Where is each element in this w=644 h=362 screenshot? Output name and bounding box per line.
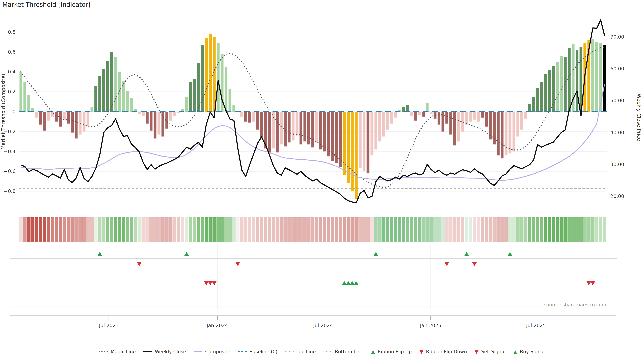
ribbon-cell-90 bbox=[374, 217, 378, 242]
ribbon-cell-97 bbox=[402, 217, 405, 242]
ribbon-cell-146 bbox=[595, 217, 598, 242]
ribbon-cell-124 bbox=[508, 217, 512, 242]
bar-week-2 bbox=[27, 95, 30, 112]
sell-signal-marker bbox=[212, 281, 217, 285]
bar-week-76 bbox=[319, 112, 322, 149]
sell-signal-marker bbox=[590, 281, 595, 285]
x-tick-label: Jul 2024 bbox=[313, 323, 333, 328]
ribbon-cell-141 bbox=[576, 217, 579, 242]
bar-week-48 bbox=[209, 34, 212, 112]
ribbon-cell-91 bbox=[378, 217, 382, 242]
ribbon-cell-41 bbox=[181, 217, 184, 242]
ribbon-cell-136 bbox=[556, 217, 559, 242]
ribbon-cell-66 bbox=[280, 217, 283, 242]
ribbon-cell-147 bbox=[599, 217, 602, 242]
ribbon-flip-up-marker bbox=[508, 252, 512, 256]
ribbon-cell-9 bbox=[55, 217, 58, 242]
bar-week-25 bbox=[118, 72, 121, 112]
bar-week-106 bbox=[438, 112, 440, 124]
ribbon-cell-37 bbox=[165, 217, 168, 242]
ribbon-flip-up-marker bbox=[373, 252, 378, 256]
bar-week-56 bbox=[240, 112, 243, 117]
legend-item-buy: ▲Buy Signal bbox=[513, 349, 545, 355]
ribbon-cell-55 bbox=[236, 217, 240, 242]
legend-item-topline: Top Line bbox=[285, 349, 316, 355]
ribbon-cell-145 bbox=[591, 217, 594, 242]
bar-week-11 bbox=[63, 112, 66, 120]
ribbon-cell-96 bbox=[398, 217, 401, 242]
ribbon-cell-24 bbox=[114, 217, 117, 242]
ribbon-cell-71 bbox=[299, 217, 302, 242]
svg-text:60.00: 60.00 bbox=[610, 66, 624, 71]
ribbon-cell-78 bbox=[327, 217, 330, 242]
ribbon-cell-63 bbox=[268, 217, 271, 242]
ribbon-cell-52 bbox=[224, 217, 228, 242]
ribbon-cell-132 bbox=[540, 217, 543, 242]
bar-week-75 bbox=[315, 112, 318, 142]
bar-week-104 bbox=[430, 112, 432, 114]
composite-legend-line-swatch bbox=[194, 351, 202, 352]
ribbon-cell-74 bbox=[311, 217, 314, 242]
ribbon-cell-142 bbox=[579, 217, 582, 242]
legend-label: Sell Signal bbox=[481, 349, 506, 355]
legend-label: Buy Signal bbox=[520, 349, 545, 355]
left-axis: 0.80.60.40.20−0.2−0.4−0.6−0.8Market Thre… bbox=[0, 29, 16, 194]
ribbon-cell-82 bbox=[343, 217, 346, 242]
ribbon-cell-54 bbox=[232, 217, 236, 242]
sell-signal-marker bbox=[586, 281, 591, 285]
bar-week-80 bbox=[335, 112, 338, 163]
bar-week-58 bbox=[248, 112, 251, 122]
bar-week-20 bbox=[98, 76, 101, 112]
bar-week-67 bbox=[284, 112, 286, 146]
market-threshold-chart-page: { "title": "Market Threshold [Indicator]… bbox=[0, 0, 644, 362]
svg-text:0.2: 0.2 bbox=[8, 89, 16, 94]
ribbon-cell-114 bbox=[469, 217, 472, 242]
bar-week-95 bbox=[394, 112, 397, 118]
ribbon-cell-59 bbox=[252, 217, 255, 242]
bar-week-72 bbox=[304, 112, 306, 141]
ribbon-cell-83 bbox=[347, 217, 350, 242]
bar-week-122 bbox=[500, 112, 504, 158]
bar-week-12 bbox=[67, 112, 70, 123]
bar-week-50 bbox=[217, 43, 220, 112]
ribbon-flip-down-marker bbox=[137, 262, 142, 266]
bar-week-74 bbox=[312, 112, 314, 147]
bar-week-133 bbox=[544, 74, 547, 112]
bar-week-116 bbox=[477, 112, 480, 121]
svg-text:30.00: 30.00 bbox=[610, 162, 624, 167]
ribbon-cell-139 bbox=[568, 217, 571, 242]
bar-week-84 bbox=[351, 112, 354, 191]
ribbon-cell-93 bbox=[386, 217, 390, 242]
flipup-legend-marker-icon: ▲ bbox=[371, 349, 375, 354]
ribbon-cell-8 bbox=[51, 217, 54, 242]
ribbon-cell-62 bbox=[264, 217, 267, 242]
bar-week-99 bbox=[410, 112, 413, 116]
ribbon-cell-1 bbox=[23, 217, 26, 242]
ribbon-cell-27 bbox=[126, 217, 129, 242]
ribbon-cell-56 bbox=[240, 217, 244, 242]
ribbon-cell-72 bbox=[303, 217, 306, 242]
ribbon-cell-99 bbox=[410, 217, 413, 242]
bar-week-123 bbox=[505, 112, 508, 155]
ribbon-cell-70 bbox=[295, 217, 299, 242]
bar-week-69 bbox=[292, 112, 294, 140]
ribbon-cell-16 bbox=[82, 217, 86, 242]
bar-week-93 bbox=[386, 112, 389, 130]
ribbon-cell-7 bbox=[47, 217, 50, 242]
ribbon-cell-101 bbox=[418, 217, 421, 242]
bar-week-120 bbox=[493, 112, 496, 144]
bar-week-82 bbox=[343, 112, 346, 175]
ribbon-cell-92 bbox=[382, 217, 386, 242]
ribbon-cell-130 bbox=[532, 217, 535, 242]
bar-week-18 bbox=[90, 107, 94, 112]
bar-week-88 bbox=[366, 112, 370, 173]
ribbon-cell-58 bbox=[248, 217, 252, 242]
ribbon-cell-10 bbox=[59, 217, 62, 242]
ribbon-cell-23 bbox=[110, 217, 113, 242]
ribbon-cell-69 bbox=[291, 217, 295, 242]
bar-week-134 bbox=[548, 70, 551, 112]
ribbon-cell-112 bbox=[461, 217, 464, 242]
legend-label: Ribbon Flip Down bbox=[426, 349, 467, 355]
legend-item-magic: Magic Line bbox=[99, 349, 136, 355]
bar-week-108 bbox=[446, 112, 448, 123]
